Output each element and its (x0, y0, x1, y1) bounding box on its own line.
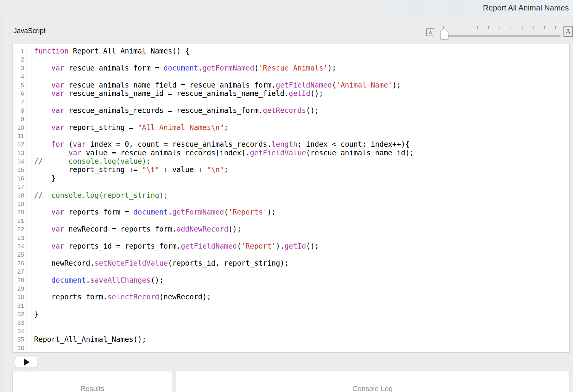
code-line[interactable] (34, 132, 569, 140)
line-number: 10 (13, 123, 27, 132)
run-script-button[interactable] (15, 356, 37, 368)
code-line[interactable] (34, 200, 569, 208)
code-line[interactable] (34, 55, 569, 64)
code-line[interactable]: // console.log(value); (34, 157, 569, 166)
code-line[interactable]: var rescue_animals_records = rescue_anim… (34, 106, 569, 115)
code-line[interactable]: var reports_form = document.getFormNamed… (34, 208, 569, 216)
line-number: 25 (13, 250, 27, 259)
code-line[interactable]: var reports_id = reports_form.getFieldNa… (34, 242, 569, 250)
slider-tick (466, 26, 466, 29)
window-titlebar: Report All Animal Names (0, 0, 573, 17)
code-line[interactable] (34, 234, 569, 242)
code-area[interactable]: function Report_All_Animal_Names() { var… (27, 44, 569, 352)
line-number: 21 (13, 217, 27, 225)
line-number: 29 (13, 284, 27, 293)
font-size-slider-track[interactable] (442, 35, 560, 37)
font-size-slider-thumb[interactable] (440, 27, 449, 40)
line-number: 33 (13, 318, 27, 327)
slider-tick (544, 26, 545, 29)
line-number: 19 (13, 200, 27, 208)
slider-tick (477, 26, 478, 29)
code-line[interactable] (34, 284, 569, 293)
code-line[interactable] (34, 72, 569, 81)
code-line[interactable]: var newRecord = reports_form.addNewRecor… (34, 225, 569, 233)
code-line[interactable] (34, 250, 569, 259)
slider-tick (455, 26, 455, 29)
line-number: 17 (13, 183, 27, 191)
console-panel: Console Log (176, 371, 569, 392)
line-number: 34 (13, 327, 27, 335)
line-number: 23 (13, 234, 27, 242)
language-label: JavaScript (13, 27, 45, 35)
code-line[interactable]: // console.log(report_string); (34, 191, 569, 200)
line-number: 20 (13, 208, 27, 216)
line-number: 22 (13, 225, 27, 233)
line-number: 9 (13, 115, 27, 123)
line-number: 7 (13, 98, 27, 106)
code-line[interactable]: newRecord.setNoteFieldValue(reports_id, … (34, 259, 569, 267)
code-line[interactable] (34, 98, 569, 106)
line-number: 35 (13, 335, 27, 344)
line-number: 11 (13, 132, 27, 140)
line-number: 28 (13, 276, 27, 284)
line-number: 18 (13, 191, 27, 200)
line-number-gutter: 1234567891011121314151617181920212223242… (13, 44, 27, 352)
line-number: 31 (13, 301, 27, 310)
code-line[interactable]: report_string += "\t" + value + "\n"; (34, 166, 569, 174)
line-number: 12 (13, 140, 27, 148)
code-line[interactable]: reports_form.selectRecord(newRecord); (34, 293, 569, 301)
slider-ticks (443, 26, 557, 29)
code-line[interactable]: } (34, 174, 569, 183)
code-line[interactable]: var value = rescue_animals_records[index… (34, 149, 569, 157)
font-size-control: A A (426, 25, 573, 40)
slider-tick (522, 26, 523, 29)
line-number: 26 (13, 259, 27, 267)
line-number: 4 (13, 72, 27, 81)
code-line[interactable]: var rescue_animals_name_id = rescue_anim… (34, 89, 569, 98)
code-line[interactable]: document.saveAllChanges(); (34, 276, 569, 284)
line-number: 32 (13, 310, 27, 318)
code-line[interactable]: var report_string = "All Animal Names\n"… (34, 123, 569, 132)
line-number: 15 (13, 166, 27, 174)
line-number: 1 (13, 47, 27, 55)
code-line[interactable]: var rescue_animals_form = document.getFo… (34, 64, 569, 72)
line-number: 2 (13, 55, 27, 64)
line-number: 13 (13, 149, 27, 157)
code-line[interactable]: var rescue_animals_name_field = rescue_a… (34, 81, 569, 89)
slider-tick (488, 26, 489, 29)
code-line[interactable] (34, 115, 569, 123)
line-number: 27 (13, 267, 27, 276)
code-line[interactable] (34, 217, 569, 225)
line-number: 14 (13, 157, 27, 166)
small-text-icon: A (426, 28, 434, 36)
code-line[interactable]: Report_All_Animal_Names(); (34, 335, 569, 344)
slider-tick (500, 26, 500, 29)
code-line[interactable] (34, 327, 569, 335)
line-number: 16 (13, 174, 27, 183)
code-editor[interactable]: 1234567891011121314151617181920212223242… (12, 44, 570, 353)
console-log-label: Console Log (176, 385, 569, 392)
slider-tick (533, 26, 534, 29)
line-number: 8 (13, 106, 27, 115)
results-label: Results (13, 385, 172, 392)
results-panel: Results (12, 371, 172, 392)
code-line[interactable] (34, 183, 569, 191)
slider-tick (555, 26, 556, 29)
window-title: Report All Animal Names (483, 3, 569, 13)
code-line[interactable] (34, 344, 569, 352)
line-number: 30 (13, 293, 27, 301)
play-icon (24, 359, 30, 366)
line-number: 3 (13, 64, 27, 72)
code-line[interactable] (34, 301, 569, 310)
code-line[interactable] (34, 318, 569, 327)
code-line[interactable]: function Report_All_Animal_Names() { (34, 47, 569, 55)
code-line[interactable]: for (var index = 0, count = rescue_anima… (34, 140, 569, 148)
line-number: 36 (13, 344, 27, 352)
code-line[interactable]: } (34, 310, 569, 318)
slider-tick (511, 26, 511, 29)
line-number: 6 (13, 89, 27, 98)
line-number: 24 (13, 242, 27, 250)
line-number: 5 (13, 81, 27, 89)
app-window: { "window": { "title": "Report All Anima… (0, 0, 573, 392)
code-line[interactable] (34, 267, 569, 276)
